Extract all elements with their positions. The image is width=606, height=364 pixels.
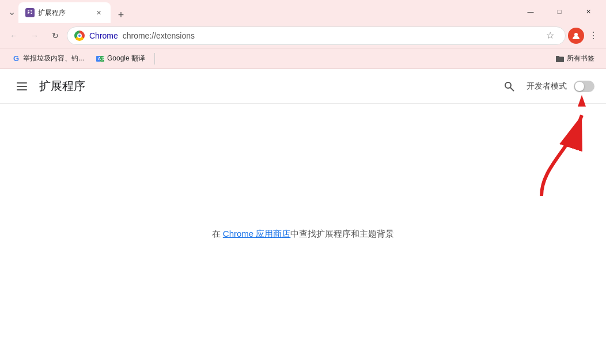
tab-close-button[interactable]: ✕ xyxy=(93,7,104,18)
bookmark-star-button[interactable]: ☆ xyxy=(542,28,558,44)
bookmark-icon-translate: A 文 xyxy=(96,54,105,63)
bookmark-label-report: 举报垃圾内容、钓... xyxy=(23,54,84,63)
developer-mode-label: 开发者模式 xyxy=(527,81,567,92)
chrome-label: Chrome xyxy=(89,31,118,40)
svg-rect-5 xyxy=(17,82,27,84)
close-button[interactable]: ✕ xyxy=(575,2,601,21)
svg-text:文: 文 xyxy=(101,56,105,60)
navigation-bar: ← → ↻ Chrome chrome://extensions ☆ ⋮ xyxy=(0,23,606,48)
bookmark-item-translate[interactable]: A 文 Google 翻译 xyxy=(91,51,150,66)
bookmark-icon-g1: G xyxy=(12,54,21,63)
profile-button[interactable] xyxy=(568,28,584,44)
extensions-search-button[interactable] xyxy=(499,76,520,97)
address-url: chrome://extensions xyxy=(123,31,195,40)
refresh-button[interactable]: ↻ xyxy=(46,26,65,45)
tab-title: 扩展程序 xyxy=(38,8,66,18)
empty-state-container: 在 Chrome 应用商店中查找扩展程序和主题背景 xyxy=(0,104,606,364)
chrome-store-link[interactable]: Chrome 应用商店 xyxy=(223,229,291,238)
extensions-page-title: 扩展程序 xyxy=(39,78,499,94)
extension-tab-icon xyxy=(25,8,35,17)
minimize-button[interactable]: — xyxy=(517,2,544,21)
active-tab[interactable]: 扩展程序 ✕ xyxy=(18,2,111,23)
address-bar[interactable]: Chrome chrome://extensions ☆ xyxy=(67,26,566,45)
forward-button[interactable]: → xyxy=(25,26,44,45)
maximize-button[interactable]: □ xyxy=(546,2,573,21)
page-content: 扩展程序 开发者模式 在 Chrome 应用商店中查找扩展程序和主题背景 xyxy=(0,69,606,364)
bookmarks-right-section: 所有书签 xyxy=(551,51,599,66)
bookmark-item-report[interactable]: G 举报垃圾内容、钓... xyxy=(7,51,89,66)
bookmarks-bar: G 举报垃圾内容、钓... A 文 Google 翻译 所有书签 xyxy=(0,48,606,69)
chrome-menu-button[interactable]: ⋮ xyxy=(585,28,601,44)
folder-icon xyxy=(555,54,565,63)
window-controls: — □ ✕ xyxy=(517,2,601,21)
new-tab-button[interactable]: + xyxy=(113,7,129,23)
svg-rect-6 xyxy=(17,86,27,87)
empty-text-before: 在 xyxy=(212,229,223,238)
tab-strip: ⌄ 扩展程序 ✕ + xyxy=(5,0,517,23)
tab-list-arrow[interactable]: ⌄ xyxy=(5,5,18,18)
all-bookmarks-label: 所有书签 xyxy=(567,54,594,63)
nav-right-buttons: ⋮ xyxy=(568,28,601,44)
developer-mode-toggle[interactable] xyxy=(574,81,594,92)
bookmark-label-translate: Google 翻译 xyxy=(107,54,145,63)
back-button[interactable]: ← xyxy=(5,26,23,45)
toggle-knob xyxy=(575,82,584,91)
empty-text-after: 中查找扩展程序和主题背景 xyxy=(290,229,394,238)
bookmarks-divider xyxy=(154,53,155,65)
all-bookmarks-button[interactable]: 所有书签 xyxy=(551,51,599,66)
title-bar: ⌄ 扩展程序 ✕ + — □ ✕ xyxy=(0,0,606,23)
extensions-header-right: 开发者模式 xyxy=(499,76,594,97)
sidebar-toggle-button[interactable] xyxy=(12,76,32,97)
empty-state-text: 在 Chrome 应用商店中查找扩展程序和主题背景 xyxy=(212,227,395,241)
svg-point-8 xyxy=(505,82,511,88)
svg-line-9 xyxy=(510,88,514,91)
address-text: Chrome chrome://extensions xyxy=(89,31,537,40)
svg-text:A: A xyxy=(98,56,101,60)
extensions-header: 扩展程序 开发者模式 xyxy=(0,69,606,104)
chrome-logo-icon xyxy=(74,31,85,41)
tab-area: 扩展程序 ✕ + xyxy=(18,0,129,23)
svg-rect-7 xyxy=(17,89,27,90)
